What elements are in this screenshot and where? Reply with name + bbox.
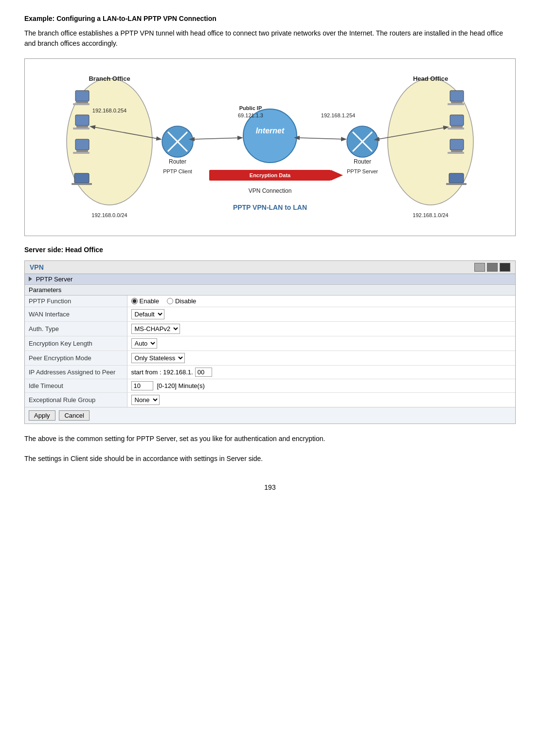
exceptional-rule-value: None xyxy=(127,393,515,407)
idle-timeout-value: [0-120] Minute(s) xyxy=(127,379,515,393)
pptp-disable-text: Disable xyxy=(175,297,196,305)
svg-rect-32 xyxy=(450,91,464,101)
ip-assign-input-group: start from : 192.168.1. xyxy=(131,368,512,377)
footer-text-1: The above is the common setting for PPTP… xyxy=(24,434,516,444)
pptp-enable-text: Enable xyxy=(140,297,159,305)
svg-rect-34 xyxy=(448,103,464,105)
pptp-disable-label[interactable]: Disable xyxy=(167,297,196,305)
svg-rect-9 xyxy=(73,128,90,129)
encryption-key-length-value: Auto xyxy=(127,336,515,351)
svg-text:PPTP VPN-LAN to LAN: PPTP VPN-LAN to LAN xyxy=(233,203,307,211)
encryption-key-length-label: Encryption Key Length xyxy=(25,336,127,351)
pptp-server-section-header: PPTP Server xyxy=(25,274,515,285)
svg-rect-8 xyxy=(76,126,88,128)
svg-rect-4 xyxy=(75,91,89,101)
apply-button[interactable]: Apply xyxy=(29,410,55,421)
svg-rect-42 xyxy=(446,183,467,185)
wan-interface-value: Default xyxy=(127,307,515,322)
peer-encryption-mode-row: Peer Encryption Mode Only Stateless Stat… xyxy=(25,351,515,366)
panel-icon-2 xyxy=(487,263,498,272)
exceptional-rule-select[interactable]: None xyxy=(131,395,160,405)
panel-icon-3 xyxy=(500,263,510,272)
ip-assign-value: start from : 192.168.1. xyxy=(127,366,515,379)
auth-type-value: MS-CHAPv2 xyxy=(127,322,515,336)
svg-text:Router: Router xyxy=(354,158,371,165)
pptp-disable-radio[interactable] xyxy=(167,298,173,304)
panel-icon-1 xyxy=(474,263,485,272)
svg-rect-35 xyxy=(450,115,464,126)
svg-rect-5 xyxy=(76,101,88,103)
wan-interface-label: WAN Interface xyxy=(25,307,127,322)
server-section-title: Server side: Head Office xyxy=(24,246,516,254)
pptp-enable-radio[interactable] xyxy=(131,298,138,304)
footer-text-2: The settings in Client side should be in… xyxy=(24,454,516,464)
svg-text:69.121.1.3: 69.121.1.3 xyxy=(238,112,263,118)
exceptional-rule-label: Exceptional Rule Group xyxy=(25,393,127,407)
svg-rect-13 xyxy=(74,173,89,183)
encryption-key-length-select[interactable]: Auto xyxy=(131,338,157,349)
diagram-container: Branch Office Head Office 192.168.0.254 … xyxy=(24,58,516,236)
ip-assign-label: IP Addresses Assigned to Peer xyxy=(25,366,127,379)
ip-assign-prefix: start from : 192.168.1. xyxy=(131,369,193,376)
svg-text:Head Office: Head Office xyxy=(413,75,448,82)
svg-text:Router: Router xyxy=(169,158,186,165)
svg-text:Internet: Internet xyxy=(256,127,285,135)
button-row: Apply Cancel xyxy=(25,407,515,424)
auth-type-label: Auth. Type xyxy=(25,322,127,336)
svg-text:PPTP Server: PPTP Server xyxy=(347,168,378,174)
ip-assign-row: IP Addresses Assigned to Peer start from… xyxy=(25,366,515,379)
vpn-panel-header: VPN xyxy=(25,261,515,274)
wan-interface-row: WAN Interface Default xyxy=(25,307,515,322)
parameters-label: Parameters xyxy=(29,286,61,294)
svg-rect-12 xyxy=(73,152,90,154)
pptp-server-section-label: PPTP Server xyxy=(36,276,73,283)
intro-text: The branch office establishes a PPTP VPN… xyxy=(24,28,516,49)
page-title: Example: Configuring a LAN-to-LAN PPTP V… xyxy=(24,15,516,22)
svg-rect-38 xyxy=(450,139,464,150)
svg-rect-6 xyxy=(73,103,90,105)
pptp-enable-label[interactable]: Enable xyxy=(131,297,159,305)
section-toggle-icon xyxy=(29,277,32,281)
svg-rect-39 xyxy=(451,150,463,152)
svg-marker-49 xyxy=(331,170,343,181)
wan-interface-select[interactable]: Default xyxy=(131,309,164,319)
svg-rect-11 xyxy=(76,150,88,152)
svg-rect-10 xyxy=(75,139,89,150)
svg-rect-40 xyxy=(448,152,464,154)
peer-encryption-mode-value: Only Stateless Stateful No Encryption xyxy=(127,351,515,366)
network-diagram: Branch Office Head Office 192.168.0.254 … xyxy=(61,64,479,229)
form-table: PPTP Function Enable Disable xyxy=(25,295,515,407)
svg-rect-37 xyxy=(448,128,464,129)
pptp-function-label: PPTP Function xyxy=(25,295,127,307)
ip-assign-input[interactable] xyxy=(195,368,212,377)
svg-text:192.168.1.0/24: 192.168.1.0/24 xyxy=(413,212,448,218)
svg-rect-41 xyxy=(449,173,464,183)
encryption-key-length-row: Encryption Key Length Auto xyxy=(25,336,515,351)
cancel-button[interactable]: Cancel xyxy=(59,410,89,421)
svg-rect-7 xyxy=(75,115,89,126)
vpn-panel-header-icons xyxy=(474,263,510,272)
svg-text:Public IP: Public IP xyxy=(239,105,262,111)
vpn-panel-header-title-group: VPN xyxy=(30,263,44,271)
pptp-function-row: PPTP Function Enable Disable xyxy=(25,295,515,307)
svg-text:Encryption Data: Encryption Data xyxy=(250,172,291,178)
vpn-panel: VPN PPTP Server Parameters PPTP Function xyxy=(24,260,516,424)
idle-timeout-input[interactable] xyxy=(131,381,153,390)
svg-text:VPN Connection: VPN Connection xyxy=(249,187,292,194)
pptp-function-value: Enable Disable xyxy=(127,295,515,307)
svg-text:192.168.0.0/24: 192.168.0.0/24 xyxy=(91,212,127,218)
svg-text:PPTP Client: PPTP Client xyxy=(163,168,192,174)
vpn-label: VPN xyxy=(30,263,44,271)
auth-type-select[interactable]: MS-CHAPv2 xyxy=(131,324,180,334)
pptp-function-radio-group: Enable Disable xyxy=(131,297,512,305)
idle-timeout-row: Idle Timeout [0-120] Minute(s) xyxy=(25,379,515,393)
svg-rect-36 xyxy=(451,126,463,128)
svg-rect-33 xyxy=(451,101,463,103)
idle-timeout-label: Idle Timeout xyxy=(25,379,127,393)
peer-encryption-mode-select[interactable]: Only Stateless Stateful No Encryption xyxy=(131,353,185,363)
exceptional-rule-row: Exceptional Rule Group None xyxy=(25,393,515,407)
idle-timeout-range: [0-120] Minute(s) xyxy=(157,382,205,389)
peer-encryption-mode-label: Peer Encryption Mode xyxy=(25,351,127,366)
svg-line-45 xyxy=(193,138,242,139)
svg-line-46 xyxy=(298,138,345,139)
